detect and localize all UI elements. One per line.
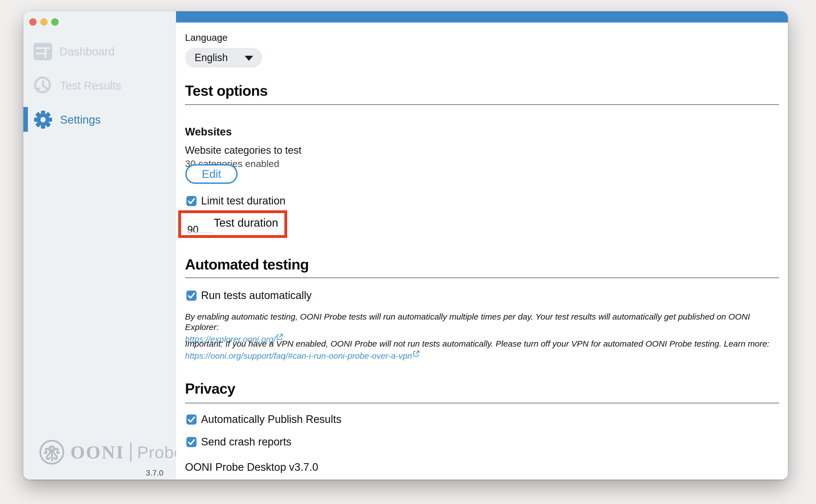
language-label: Language — [185, 32, 228, 43]
limit-test-duration-checkbox[interactable] — [186, 196, 197, 206]
gear-icon — [34, 110, 53, 129]
brand-divider — [130, 443, 131, 462]
test-options-heading: Test options — [185, 82, 267, 99]
external-link-icon — [413, 349, 420, 359]
checkmark-icon — [186, 437, 197, 447]
run-tests-checkbox[interactable] — [186, 291, 197, 301]
section-divider — [185, 277, 779, 278]
limit-test-duration-label: Limit test duration — [201, 195, 286, 207]
vpn-faq-link[interactable]: https://ooni.org/support/faq/#can-i-run-… — [185, 351, 412, 360]
language-select[interactable]: English — [185, 48, 262, 68]
sidebar: Dashboard Test Results — [23, 11, 176, 480]
traffic-light-zoom-button[interactable] — [51, 18, 59, 26]
checkmark-icon — [186, 291, 197, 301]
section-divider — [185, 403, 779, 403]
publish-results-row: Automatically Publish Results — [186, 413, 341, 425]
sidebar-item-dashboard[interactable]: Dashboard — [23, 36, 176, 67]
traffic-light-close-button[interactable] — [29, 18, 37, 26]
ooni-octopus-icon — [39, 439, 65, 465]
sidebar-item-label: Settings — [60, 113, 101, 126]
websites-subheading: Websites — [185, 126, 232, 138]
website-categories-label: Website categories to test — [185, 144, 302, 156]
history-icon — [34, 76, 53, 95]
settings-panel: Language English Test options Websites W… — [176, 11, 788, 480]
app-version-text: OONI Probe Desktop v3.7.0 — [185, 461, 318, 473]
sidebar-item-label: Test Results — [60, 79, 121, 92]
limit-test-duration-row: Limit test duration — [186, 195, 286, 207]
automated-testing-heading: Automated testing — [185, 256, 309, 273]
traffic-light-minimize-button[interactable] — [40, 18, 48, 26]
section-divider — [185, 104, 779, 105]
language-selected-value: English — [195, 48, 228, 68]
test-duration-label: Test duration — [212, 217, 280, 229]
active-indicator — [23, 107, 28, 132]
sidebar-item-test-results[interactable]: Test Results — [23, 70, 176, 101]
run-tests-label: Run tests automatically — [201, 289, 312, 302]
vpn-warning-text: Important: If you have a VPN enabled, OO… — [185, 339, 769, 348]
sidebar-item-label: Dashboard — [59, 45, 115, 58]
vpn-warning: Important: If you have a VPN enabled, OO… — [185, 338, 779, 361]
top-accent-bar — [176, 11, 788, 23]
caret-down-icon — [245, 56, 253, 61]
sidebar-item-settings[interactable]: Settings — [23, 104, 176, 135]
input-underline — [187, 232, 214, 233]
app-window: Dashboard Test Results — [23, 11, 788, 480]
crash-reports-label: Send crash reports — [201, 436, 291, 448]
run-tests-row: Run tests automatically — [186, 289, 312, 302]
test-duration-highlight-box: 90 Test duration — [178, 210, 287, 238]
privacy-heading: Privacy — [185, 380, 235, 397]
automated-testing-info-text: By enabling automatic testing, OONI Prob… — [185, 312, 750, 332]
checkmark-icon — [186, 196, 197, 206]
publish-results-checkbox[interactable] — [186, 414, 197, 425]
crash-reports-row: Send crash reports — [186, 436, 291, 448]
brand-ooni: OONI — [70, 441, 124, 463]
sidebar-version: 3.7.0 — [146, 469, 163, 478]
test-duration-input[interactable]: 90 — [187, 224, 199, 236]
dashboard-icon — [34, 43, 52, 60]
checkmark-icon — [186, 414, 197, 425]
crash-reports-checkbox[interactable] — [186, 437, 197, 447]
publish-results-label: Automatically Publish Results — [201, 413, 341, 425]
ooni-probe-logo: OONI Probe — [39, 439, 184, 465]
edit-categories-button[interactable]: Edit — [185, 164, 238, 184]
